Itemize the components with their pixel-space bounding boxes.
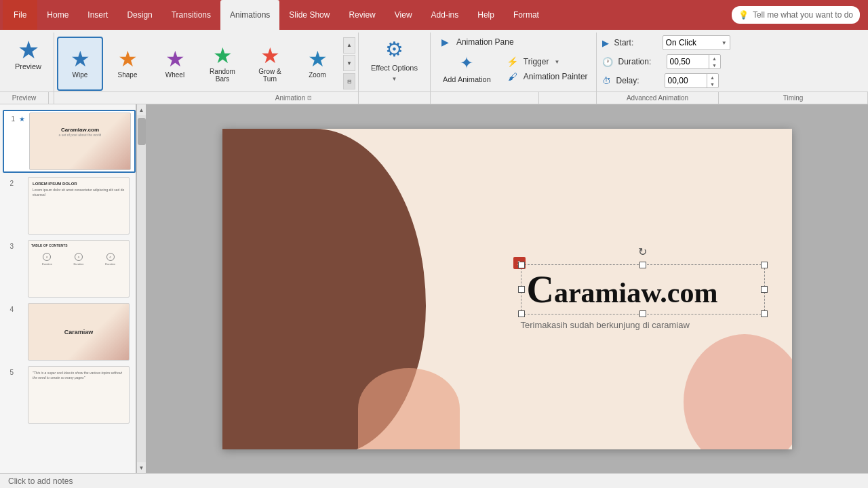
preview-section-label[interactable]: Preview bbox=[0, 92, 49, 104]
tab-help[interactable]: Help bbox=[468, 0, 504, 30]
slide-number-2: 2 bbox=[4, 180, 14, 187]
slide-panel-wrapper: 1 ★ Caramiaw.com a set of post about the… bbox=[0, 104, 146, 473]
delay-up[interactable]: ▲ bbox=[707, 74, 718, 81]
start-play-icon: ▶ bbox=[602, 38, 609, 48]
tab-slideshow[interactable]: Slide Show bbox=[279, 0, 339, 30]
duration-spinner: ▲ ▼ bbox=[709, 55, 720, 68]
add-animation-icon: ✦ bbox=[460, 54, 473, 73]
delay-value: 00,00 bbox=[665, 76, 707, 85]
duration-input[interactable]: 00,50 ▲ ▼ bbox=[667, 54, 721, 69]
anim-scroll-up[interactable]: ▲ bbox=[343, 37, 355, 54]
preview-label: Preview bbox=[15, 62, 41, 70]
animation-section-label[interactable]: Animation ⊡ bbox=[49, 92, 539, 104]
handle-tm[interactable] bbox=[639, 262, 646, 268]
trigger-arrow: ▼ bbox=[554, 59, 559, 65]
bg-shape-pink bbox=[684, 334, 792, 449]
main-area: 1 ★ Caramiaw.com a set of post about the… bbox=[0, 104, 868, 473]
rotate-handle[interactable]: ↻ bbox=[638, 245, 647, 258]
random-bars-star-icon: ★ bbox=[213, 45, 233, 66]
slide-item-4[interactable]: 4 ★ Caramiaw bbox=[3, 302, 136, 362]
tab-insert[interactable]: Insert bbox=[78, 0, 117, 30]
tab-design[interactable]: Design bbox=[117, 0, 161, 30]
title-rest: aramiaw.com bbox=[554, 277, 717, 308]
preview-icon: ★ bbox=[18, 38, 39, 62]
lightbulb-icon: 💡 bbox=[738, 10, 749, 20]
start-dropdown[interactable]: On Click ▼ bbox=[663, 35, 730, 50]
grow-turn-star-icon: ★ bbox=[260, 45, 280, 66]
delay-down[interactable]: ▼ bbox=[707, 81, 718, 87]
handle-tr[interactable] bbox=[761, 262, 768, 268]
duration-up[interactable]: ▲ bbox=[709, 55, 720, 62]
delay-input[interactable]: 00,00 ▲ ▼ bbox=[665, 73, 719, 88]
thumb-1-sub: a set of post about the world bbox=[30, 133, 130, 137]
trigger-label: Trigger bbox=[524, 57, 549, 66]
wheel-star-icon: ★ bbox=[165, 48, 185, 70]
anim-shape[interactable]: ★ Shape bbox=[104, 37, 151, 91]
duration-down[interactable]: ▼ bbox=[709, 62, 720, 68]
start-label: Start: bbox=[614, 38, 658, 47]
handle-mr[interactable] bbox=[761, 286, 768, 293]
slide-thumb-2: LOREM IPSUM DOLOR Lorem ipsum dolor sit … bbox=[28, 177, 130, 235]
tab-addins[interactable]: Add-ins bbox=[422, 0, 469, 30]
anim-wipe[interactable]: ★ Wipe bbox=[57, 37, 103, 91]
tab-view[interactable]: View bbox=[385, 0, 422, 30]
text-box-container[interactable]: ↻ 1 Caramiaw.com Terimakasih su bbox=[521, 264, 765, 330]
anim-grow-turn[interactable]: ★ Grow & Turn bbox=[247, 37, 293, 91]
animation-pane-icon: ▶ bbox=[439, 37, 452, 47]
trigger-button[interactable]: ⚡ Trigger ▼ bbox=[503, 55, 591, 68]
duration-row: 🕐 Duration: 00,50 ▲ ▼ bbox=[602, 54, 741, 69]
scrollbar-up-btn[interactable]: ▲ bbox=[137, 104, 146, 115]
duration-label: Duration: bbox=[618, 57, 663, 66]
text-box-selected[interactable]: 1 Caramiaw.com bbox=[521, 264, 765, 314]
notes-bar[interactable]: Click to add notes bbox=[0, 473, 868, 488]
slide-canvas[interactable]: ↻ 1 Caramiaw.com Terimakasih su bbox=[222, 129, 792, 449]
handle-tl[interactable] bbox=[518, 262, 525, 268]
anim-wheel[interactable]: ★ Wheel bbox=[152, 37, 198, 91]
anim-random-bars[interactable]: ★ Random Bars bbox=[199, 37, 245, 91]
animation-section-text: Animation bbox=[275, 94, 305, 102]
scrollbar-down-btn[interactable]: ▼ bbox=[137, 462, 146, 473]
slide-item-2[interactable]: 2 ★ LOREM IPSUM DOLOR Lorem ipsum dolor … bbox=[3, 176, 136, 236]
tab-home[interactable]: Home bbox=[37, 0, 78, 30]
handle-bm[interactable] bbox=[639, 310, 646, 317]
ribbon-tabs: File Home Insert Design Transitions Anim… bbox=[0, 0, 868, 30]
start-value: On Click bbox=[666, 38, 719, 47]
animation-painter-icon: 🖌 bbox=[506, 71, 519, 82]
slide-title: Caramiaw.com bbox=[527, 270, 759, 308]
animation-items-row: ★ Wipe ★ Shape ★ Wheel ★ Random Bars ★ G… bbox=[57, 35, 355, 92]
slide-panel: 1 ★ Caramiaw.com a set of post about the… bbox=[0, 104, 136, 473]
tab-review[interactable]: Review bbox=[339, 0, 384, 30]
slide-item-5[interactable]: 5 ★ "This is a super cool idea to show t… bbox=[3, 365, 136, 425]
canvas-area[interactable]: ↻ 1 Caramiaw.com Terimakasih su bbox=[146, 104, 868, 473]
tell-me-bar[interactable]: 💡 Tell me what you want to do bbox=[732, 6, 860, 24]
anim-zoom[interactable]: ★ Zoom bbox=[294, 37, 340, 91]
scrollbar-track[interactable] bbox=[137, 115, 146, 462]
handle-br[interactable] bbox=[761, 310, 768, 317]
shape-label: Shape bbox=[118, 71, 138, 79]
effect-options-button[interactable]: ⚙ Effect Options ▼ bbox=[364, 35, 425, 84]
slide-item-3[interactable]: 3 ★ TABLE OF CONTENTS ○ Duration ○ Dur bbox=[3, 239, 136, 299]
timing-section-label[interactable]: Timing bbox=[719, 92, 868, 104]
slide-thumb-5: "This is a super cool idea to show the v… bbox=[28, 366, 130, 424]
anim-scroll-down[interactable]: ▼ bbox=[343, 55, 355, 71]
thumb-1-logo: Caramiaw.com bbox=[30, 127, 130, 133]
tab-format[interactable]: Format bbox=[504, 0, 549, 30]
add-animation-button[interactable]: ✦ Add Animation bbox=[436, 49, 498, 89]
handle-ml[interactable] bbox=[518, 286, 525, 293]
effect-options-arrow: ▼ bbox=[391, 76, 397, 82]
start-dropdown-arrow: ▼ bbox=[722, 40, 727, 46]
tell-me-text: Tell me what you want to do bbox=[753, 10, 853, 20]
anim-scroll-expand[interactable]: ⊟ bbox=[343, 73, 355, 89]
slide-item-1[interactable]: 1 ★ Caramiaw.com a set of post about the… bbox=[3, 110, 136, 173]
advanced-section-label[interactable]: Advanced Animation bbox=[597, 92, 719, 104]
tab-animations[interactable]: Animations bbox=[220, 0, 279, 30]
preview-button[interactable]: ★ Preview bbox=[9, 35, 47, 73]
add-trigger-row: ✦ Add Animation ⚡ Trigger ▼ 🖌 Animation … bbox=[436, 49, 591, 89]
slide-panel-scrollbar[interactable]: ▲ ▼ bbox=[136, 104, 146, 473]
duration-value: 00,50 bbox=[667, 57, 709, 66]
tab-transitions[interactable]: Transitions bbox=[162, 0, 220, 30]
animation-pane-button[interactable]: ▶ Animation Pane bbox=[436, 35, 591, 49]
tab-file[interactable]: File bbox=[3, 0, 37, 30]
handle-bl[interactable] bbox=[518, 310, 525, 317]
animation-painter-button[interactable]: 🖌 Animation Painter bbox=[503, 70, 591, 83]
